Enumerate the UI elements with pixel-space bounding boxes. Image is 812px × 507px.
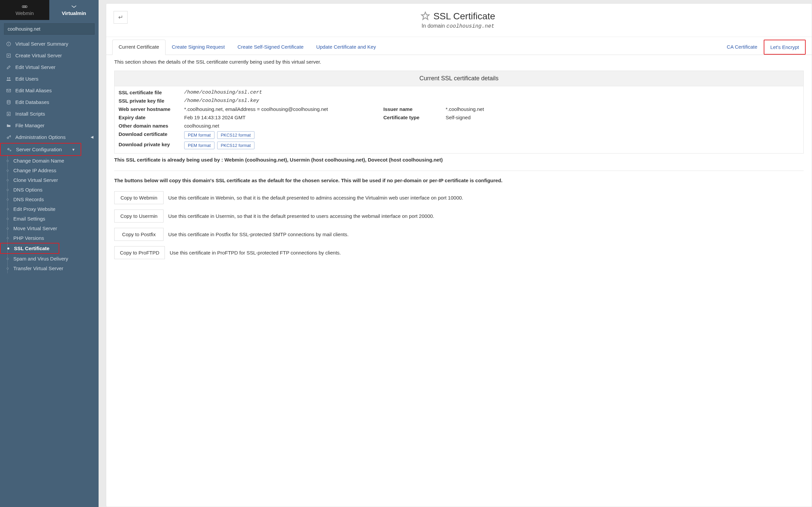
tab-virtualmin-label: Virtualmin (62, 10, 86, 16)
tab-ca-certificate[interactable]: CA Certificate (720, 40, 764, 55)
tree-node-icon (7, 199, 9, 201)
dl-cert-pkcs12-button[interactable]: PKCS12 format (217, 131, 254, 139)
svg-rect-11 (7, 89, 11, 92)
tree-node-icon (7, 258, 9, 260)
nav-item-edit-databases[interactable]: Edit Databases (0, 96, 99, 108)
script-icon (5, 112, 12, 116)
subnav-item-php-versions[interactable]: PHP Versions (0, 233, 99, 243)
intro-text: This section shows the details of the SS… (106, 55, 812, 69)
plus-icon (5, 53, 12, 58)
back-button[interactable]: ↵ (114, 11, 127, 24)
subnav-item-label: Transfer Virtual Server (13, 266, 63, 271)
nav-item-label: Create Virtual Server (15, 53, 62, 58)
nav-item-edit-mail-aliases[interactable]: Edit Mail Aliases (0, 84, 99, 96)
subnav-item-ssl-certificate[interactable]: SSL Certificate (0, 243, 59, 254)
tab-update-certificate-and-key[interactable]: Update Certificate and Key (310, 40, 382, 55)
tab-create-signing-request[interactable]: Create Signing Request (166, 40, 231, 55)
action-description: Use this certificate in Usermin, so that… (168, 213, 434, 219)
svg-point-12 (7, 100, 10, 102)
users-icon (5, 76, 12, 81)
nav-item-install-scripts[interactable]: Install Scripts (0, 108, 99, 120)
subnav-item-label: Email Settings (13, 216, 45, 222)
webmin-icon (22, 4, 27, 9)
dl-key-label: Download private key (115, 140, 183, 151)
action-description: Use this certificate in Postfix for SSL-… (168, 231, 349, 237)
dl-cert-buttons: PEM format PKCS12 format (183, 130, 803, 140)
subnav-item-clone-virtual-server[interactable]: Clone Virtual Server (0, 175, 99, 185)
instruction-text: The buttons below will copy this domain'… (106, 176, 812, 188)
hostname-label: Web server hostname (115, 105, 183, 113)
nav-item-edit-users[interactable]: Edit Users (0, 73, 99, 84)
subnav-item-change-ip-address[interactable]: Change IP Address (0, 166, 99, 175)
nav-item-label: Edit Mail Aliases (15, 88, 52, 93)
domain-selector[interactable]: coolhousing.net (4, 23, 95, 35)
copy-to-proftpd-button[interactable]: Copy to ProFTPD (114, 246, 165, 259)
sidebar-tabs: Webmin Virtualmin (0, 0, 99, 20)
nav-item-label: Edit Users (15, 76, 38, 81)
copy-to-usermin-button[interactable]: Copy to Usermin (114, 210, 164, 223)
subnav-item-dns-options[interactable]: DNS Options (0, 185, 99, 194)
tab-virtualmin[interactable]: Virtualmin (49, 0, 99, 20)
page-header: ↵ SSL Certificate In domain coolhousing.… (106, 11, 812, 37)
subnav-item-label: Spam and Virus Delivery (13, 256, 68, 262)
svg-rect-4 (8, 43, 9, 45)
nav-item-file-manager[interactable]: File Manager (0, 120, 99, 131)
cert-type-label: Certificate type (380, 113, 444, 122)
tree-node-icon (7, 208, 9, 210)
dl-key-pkcs12-button[interactable]: PKCS12 format (217, 142, 254, 149)
tree-node-icon (7, 189, 9, 191)
subnav-item-label: Clone Virtual Server (13, 177, 58, 183)
page-subtitle: In domain coolhousing.net (134, 23, 782, 29)
folder-icon (5, 124, 12, 127)
subtitle-domain: coolhousing.net (446, 23, 494, 29)
action-row: Copy to UserminUse this certificate in U… (106, 207, 812, 225)
chevron-down-icon: ▼ (72, 148, 75, 152)
chevron-right-icon: ◀ (91, 135, 93, 139)
nav-item-label: Server Configuration (16, 147, 62, 152)
cert-details-header: Current SSL certificate details (115, 71, 803, 86)
key-icon (5, 135, 12, 139)
hostname-value: *.coolhousing.net, emailAddress = coolho… (183, 105, 380, 113)
dl-cert-pem-button[interactable]: PEM format (184, 131, 215, 139)
nav-item-server-configuration[interactable]: Server Configuration▼ (0, 143, 81, 156)
svg-marker-18 (421, 12, 429, 19)
tree-node-icon (7, 237, 9, 239)
subnav-item-move-virtual-server[interactable]: Move Virtual Server (0, 224, 99, 233)
svg-point-9 (7, 77, 8, 78)
other-names-label: Other domain names (115, 122, 183, 130)
subnav-item-dns-records[interactable]: DNS Records (0, 194, 99, 204)
virtualmin-icon (71, 4, 77, 9)
page-title: SSL Certificate (433, 11, 495, 22)
subnav-list: Change Domain NameChange IP AddressClone… (0, 156, 99, 273)
cogs-icon (6, 147, 13, 152)
issuer-label: Issuer name (380, 105, 444, 113)
tab-create-self-signed-certificate[interactable]: Create Self-Signed Certificate (231, 40, 310, 55)
subnav-item-change-domain-name[interactable]: Change Domain Name (0, 156, 99, 166)
tab-let-s-encrypt[interactable]: Let's Encrypt (764, 40, 806, 55)
subnav-item-edit-proxy-website[interactable]: Edit Proxy Website (0, 204, 99, 214)
nav-item-virtual-server-summary[interactable]: Virtual Server Summary (0, 38, 99, 50)
subnav-item-transfer-virtual-server[interactable]: Transfer Virtual Server (0, 264, 99, 273)
tab-current-certificate[interactable]: Current Certificate (112, 40, 166, 55)
dl-key-pem-button[interactable]: PEM format (184, 142, 215, 149)
key-file-value: /home/coolhousing/ssl.key (183, 97, 803, 105)
edit-icon (5, 65, 12, 70)
svg-rect-5 (8, 43, 9, 43)
tab-webmin[interactable]: Webmin (0, 0, 49, 20)
expiry-value: Feb 19 14:43:13 2024 GMT (183, 113, 380, 122)
nav-item-label: Administration Options (15, 134, 66, 140)
action-description: Use this certificate in ProFTPD for SSL-… (170, 250, 341, 256)
cert-type-value: Self-signed (444, 113, 803, 122)
star-icon[interactable] (421, 11, 430, 22)
nav-item-create-virtual-server[interactable]: Create Virtual Server (0, 50, 99, 61)
subnav-item-spam-and-virus-delivery[interactable]: Spam and Virus Delivery (0, 254, 99, 264)
key-file-label: SSL private key file (115, 97, 183, 105)
subnav-item-label: Edit Proxy Website (13, 206, 55, 212)
copy-to-webmin-button[interactable]: Copy to Webmin (114, 191, 164, 204)
subnav-item-email-settings[interactable]: Email Settings (0, 214, 99, 224)
subnav-item-label: Move Virtual Server (13, 226, 57, 231)
nav-item-label: Edit Databases (15, 99, 49, 105)
nav-item-edit-virtual-server[interactable]: Edit Virtual Server (0, 61, 99, 73)
copy-to-postfix-button[interactable]: Copy to Postfix (114, 228, 164, 241)
nav-item-administration-options[interactable]: Administration Options◀ (0, 131, 99, 143)
